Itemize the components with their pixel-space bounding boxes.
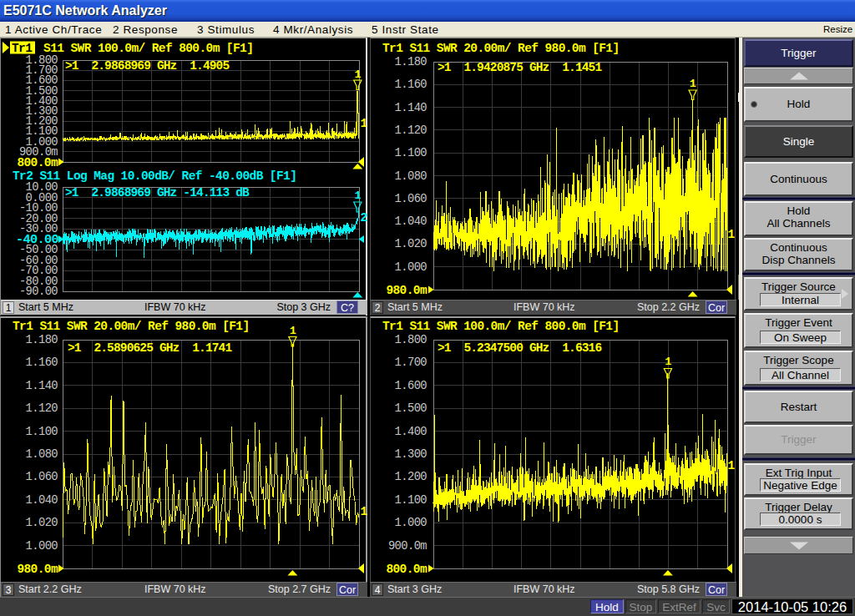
svg-text:>1 2.9868969 GHz -14.113 dB: >1 2.9868969 GHz -14.113 dB	[65, 186, 250, 199]
svg-text:1: 1	[690, 78, 696, 90]
svg-text:1.400: 1.400	[395, 426, 428, 438]
svg-text:1.140: 1.140	[395, 102, 428, 114]
svg-text:1.120: 1.120	[395, 124, 428, 137]
svg-text:1.300: 1.300	[395, 448, 428, 461]
svg-text:1: 1	[355, 189, 362, 202]
svg-text:1.000: 1.000	[395, 517, 428, 529]
svg-text:>1 2.5890625 GHz 1.1741: >1 2.5890625 GHz 1.1741	[68, 341, 232, 355]
svg-text:1: 1	[728, 459, 736, 472]
svg-text:1.180: 1.180	[395, 56, 428, 68]
svg-text:800.0m: 800.0m	[17, 156, 58, 169]
svg-text:1.160: 1.160	[395, 78, 428, 91]
svg-text:1.040: 1.040	[26, 494, 58, 507]
svg-text:Tr1 S11 SWR 20.00m/ Ref 980.0m: Tr1 S11 SWR 20.00m/ Ref 980.0m [F1]	[382, 42, 620, 55]
svg-text:1.020: 1.020	[395, 238, 428, 250]
svg-text:1: 1	[355, 68, 362, 81]
svg-text:Tr1: Tr1	[12, 42, 33, 55]
svg-text:1.060: 1.060	[26, 471, 58, 483]
svg-text:1.060: 1.060	[395, 193, 428, 205]
svg-text:1.500: 1.500	[395, 402, 428, 415]
svg-text:1.700: 1.700	[395, 356, 428, 369]
svg-text:1.000: 1.000	[26, 540, 58, 553]
svg-text:1.020: 1.020	[26, 517, 58, 529]
svg-text:1.100: 1.100	[395, 147, 428, 159]
svg-text:1.160: 1.160	[26, 356, 58, 369]
svg-text:900.0m: 900.0m	[388, 540, 427, 553]
svg-text:S11 SWR 100.0m/ Ref 800.0m [F1: S11 SWR 100.0m/ Ref 800.0m [F1]	[37, 42, 253, 55]
svg-text:>1 5.2347500 GHz 1.6316: >1 5.2347500 GHz 1.6316	[438, 341, 601, 355]
svg-text:>1 2.9868969 GHz 1.4905: >1 2.9868969 GHz 1.4905	[65, 59, 229, 73]
svg-text:1.100: 1.100	[395, 494, 428, 507]
svg-text:1.140: 1.140	[26, 380, 58, 392]
svg-text:1: 1	[665, 356, 671, 368]
svg-text:1.080: 1.080	[26, 448, 58, 461]
svg-text:1.040: 1.040	[395, 215, 428, 228]
svg-text:980.0m: 980.0m	[386, 284, 428, 297]
svg-text:2: 2	[361, 211, 367, 225]
svg-text:Tr1 S11 SWR 100.0m/ Ref 800.0m: Tr1 S11 SWR 100.0m/ Ref 800.0m [F1]	[382, 320, 620, 333]
svg-text:>1 1.9420875 GHz 1.1451: >1 1.9420875 GHz 1.1451	[438, 61, 602, 74]
svg-text:Tr1 S11 SWR 20.00m/ Ref 980.0m: Tr1 S11 SWR 20.00m/ Ref 980.0m [F1]	[13, 320, 250, 333]
svg-text:1: 1	[290, 325, 296, 337]
svg-text:800.0m: 800.0m	[386, 563, 428, 576]
svg-text:980.0m: 980.0m	[17, 563, 58, 576]
svg-text:1.100: 1.100	[26, 426, 58, 438]
svg-text:1: 1	[728, 228, 736, 241]
svg-text:1.600: 1.600	[395, 380, 428, 392]
svg-text:1: 1	[361, 117, 368, 130]
svg-text:1.120: 1.120	[26, 402, 58, 415]
svg-text:-90.00: -90.00	[19, 285, 58, 298]
svg-text:1.800: 1.800	[395, 334, 428, 346]
svg-text:1.000: 1.000	[395, 261, 428, 274]
svg-text:1.200: 1.200	[395, 471, 428, 483]
svg-text:1: 1	[361, 505, 368, 518]
svg-text:1.080: 1.080	[395, 170, 428, 183]
svg-text:1.180: 1.180	[26, 334, 58, 346]
